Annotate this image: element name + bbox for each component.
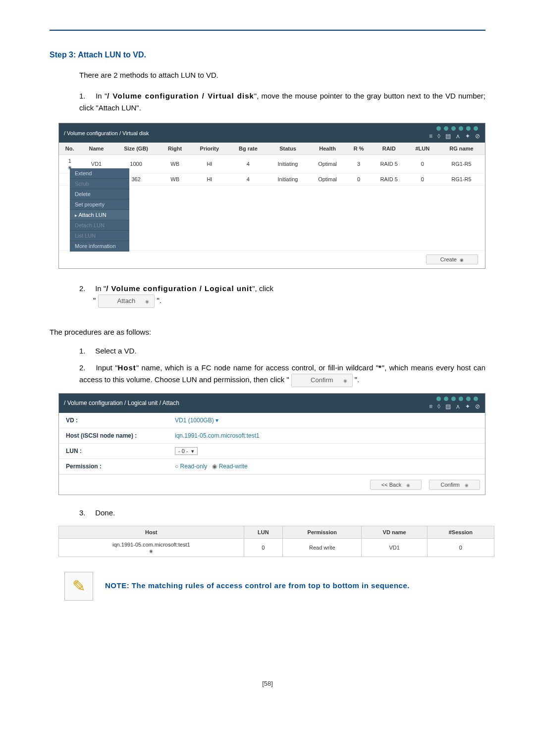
row2-lun: 0	[407, 173, 438, 186]
menu-setproperty[interactable]: Set property	[70, 200, 129, 210]
proc1-text: Select a VD.	[95, 347, 136, 355]
res-col-host: Host	[59, 526, 244, 538]
shot1-breadcrumb: / Volume configuration / Virtual disk	[64, 130, 149, 136]
row2-status: Initiating	[268, 173, 309, 186]
col-right: Right	[160, 143, 190, 155]
save-icon[interactable]: ▤	[445, 403, 451, 410]
proc1-num: 1.	[79, 345, 93, 357]
attach-button-inline[interactable]: Attach◉	[98, 295, 155, 308]
vd-table-header-row: No. Name Size (GB) Right Priority Bg rat…	[59, 143, 485, 155]
method1-num: 1.	[79, 90, 93, 102]
row2-raid: RAID 5	[371, 173, 407, 186]
close-icon[interactable]: ⊘	[475, 133, 480, 140]
proc1: 1. Select a VD.	[79, 345, 485, 357]
list-icon[interactable]: ≡	[429, 133, 432, 140]
header-icons[interactable]: ≡ ◊ ▤ ⋏ ✦ ⊘	[429, 133, 480, 140]
perm-rw-label: Read-write	[219, 463, 248, 470]
proc2-d: ".	[355, 375, 360, 384]
top-rule	[50, 30, 485, 31]
table-row[interactable]: iqn.1991-05.com.microsoft:test1◉ 0 Read …	[59, 538, 494, 556]
col-bgrate: Bg rate	[229, 143, 268, 155]
row1-no: 1	[68, 158, 71, 164]
row1-priority: HI	[190, 155, 229, 173]
col-health: Health	[308, 143, 347, 155]
drop-icon[interactable]: ◊	[437, 403, 440, 410]
menu-extend[interactable]: Extend	[70, 168, 129, 179]
vd-select[interactable]: VD1 (1000GB) ▾	[175, 417, 218, 424]
screenshot-vd-table: / Volume configuration / Virtual disk ≡ …	[58, 123, 485, 269]
done-text: Done.	[95, 508, 115, 517]
res-host: iqn.1991-05.com.microsoft:test1	[112, 542, 190, 548]
proc2: 2. Input "Host" name, which is a FC node…	[79, 362, 485, 387]
row2-priority: HI	[190, 173, 229, 186]
save-icon[interactable]: ▤	[445, 133, 451, 140]
lun-label: LUN :	[66, 448, 175, 454]
tool-icon[interactable]: ✦	[465, 133, 470, 140]
row1-status: Initiating	[268, 155, 309, 173]
proc2-a: Input "	[96, 363, 117, 372]
row2-right: WB	[160, 173, 190, 186]
res-col-session: #Session	[427, 526, 494, 538]
method1: 1. In "/ Volume configuration / Virtual …	[79, 90, 485, 114]
row-action-dot[interactable]: ◉	[149, 549, 153, 554]
row2-rg: RG1-R5	[438, 173, 485, 186]
user-icon[interactable]: ⋏	[456, 403, 460, 410]
method2-num: 2.	[79, 283, 93, 295]
method1-text-a: In "	[96, 92, 107, 100]
method2: 2. In "/ Volume configuration / Logical …	[79, 283, 485, 308]
col-status: Status	[268, 143, 309, 155]
row1-right: WB	[160, 155, 190, 173]
col-no: No.	[59, 143, 80, 155]
col-size: Size (GB)	[112, 143, 160, 155]
radio-readonly[interactable]: ○	[175, 463, 180, 470]
host-label: Host (iSCSI node name) :	[66, 432, 175, 439]
col-name: Name	[80, 143, 112, 155]
proc-done: 3. Done.	[79, 507, 485, 519]
row1-bgrate: 4	[229, 155, 268, 173]
confirm-button[interactable]: Confirm◉	[429, 480, 480, 490]
result-table: Host LUN Permission VD name #Session iqn…	[58, 526, 494, 557]
confirm-button-inline[interactable]: Confirm◉	[291, 374, 353, 387]
row2-health: Optimal	[308, 173, 347, 186]
user-icon[interactable]: ⋏	[456, 133, 460, 140]
shot2-breadcrumb: / Volume configuration / Logical unit / …	[64, 400, 179, 406]
screenshot-attach-form: / Volume configuration / Logical unit / …	[58, 393, 485, 495]
row1-raid: RAID 5	[371, 155, 407, 173]
header-dots	[436, 397, 478, 401]
perm-label: Permission :	[66, 463, 175, 470]
note-text: NOTE: The matching rules of access contr…	[105, 580, 410, 592]
res-sess: 0	[427, 538, 494, 556]
header-icons[interactable]: ≡ ◊ ▤ ⋏ ✦ ⊘	[429, 403, 480, 410]
header-dots	[436, 126, 478, 131]
col-raid: RAID	[371, 143, 407, 155]
row2-bgrate: 4	[229, 173, 268, 186]
back-button[interactable]: << Back◉	[370, 480, 422, 490]
close-icon[interactable]: ⊘	[475, 403, 480, 410]
menu-delete[interactable]: Delete	[70, 189, 129, 200]
menu-detachlun[interactable]: Detach LUN	[70, 220, 129, 231]
list-icon[interactable]: ≡	[429, 403, 432, 410]
menu-moreinfo[interactable]: More information	[70, 241, 129, 252]
row1-lun: 0	[407, 155, 438, 173]
radio-readwrite[interactable]: ◉	[212, 463, 218, 470]
menu-scrub[interactable]: Scrub	[70, 179, 129, 189]
drop-icon[interactable]: ◊	[437, 133, 440, 140]
pencil-icon: ✎	[64, 572, 93, 601]
col-r: R %	[347, 143, 371, 155]
proc2-host: Host	[118, 363, 136, 372]
tool-icon[interactable]: ✦	[465, 403, 470, 410]
shot1-header: / Volume configuration / Virtual disk ≡ …	[59, 123, 485, 143]
lun-select[interactable]: - 0 - ▾	[175, 447, 198, 455]
menu-listlun[interactable]: List LUN	[70, 231, 129, 241]
res-vd: VD1	[362, 538, 427, 556]
row2-r: 0	[347, 173, 371, 186]
step-heading: Step 3: Attach LUN to VD.	[50, 50, 485, 59]
method1-path: / Volume configuration / Virtual disk	[107, 92, 254, 100]
create-button[interactable]: Create ◉	[426, 254, 478, 264]
host-input[interactable]: iqn.1991-05.com.microsoft:test1	[175, 432, 260, 439]
menu-attachlun[interactable]: Attach LUN	[70, 210, 129, 220]
row1-rg: RG1-R5	[438, 155, 485, 173]
context-menu[interactable]: Extend Scrub Delete Set property Attach …	[70, 168, 129, 252]
method2-path: / Volume configuration / Logical unit	[106, 284, 252, 293]
res-perm: Read write	[283, 538, 362, 556]
